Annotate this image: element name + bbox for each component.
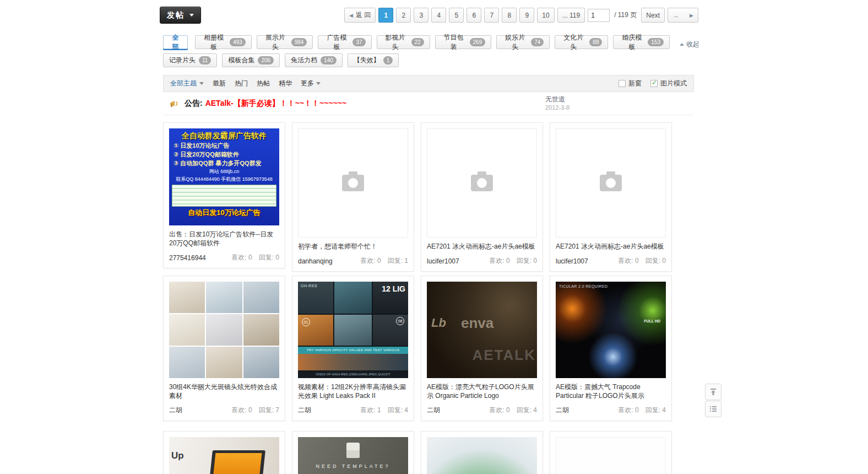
- filter-tab[interactable]: 相册模板 493: [195, 35, 252, 49]
- collage-tile: [169, 282, 205, 313]
- announcement-author[interactable]: 无世道: [545, 95, 569, 104]
- thread-author[interactable]: 二胡: [169, 406, 182, 415]
- thread-title[interactable]: 30组4K华丽大光斑镜头炫光特效合成素材: [169, 383, 279, 400]
- thread-thumbnail[interactable]: Up: [169, 437, 279, 474]
- replies-count: 回复: 1: [388, 256, 408, 266]
- filter-tab-count: 37: [352, 38, 365, 46]
- thread-title[interactable]: 视频素材：12组2K分辨率高清镜头漏光效果 Light Leaks Pack I…: [298, 383, 408, 400]
- sort-more-dropdown[interactable]: 更多: [301, 79, 321, 88]
- checkbox-icon: [619, 80, 626, 87]
- thread-card[interactable]: GH-RES 12 LIG 01 08 TRY VARIOUS OPACITY …: [292, 276, 414, 421]
- thread-author[interactable]: 二胡: [298, 406, 311, 415]
- last-page-button[interactable]: → ▶: [668, 8, 698, 23]
- sort-link-newest[interactable]: 最新: [213, 79, 226, 88]
- filter-tab[interactable]: 文化片头 88: [555, 35, 608, 49]
- page-button[interactable]: 9: [519, 8, 534, 23]
- thread-thumbnail-placeholder[interactable]: [427, 128, 537, 238]
- thread-title[interactable]: AE7201 冰火动画标志-ae片头ae模板: [427, 242, 537, 251]
- page-button[interactable]: 4: [431, 8, 446, 23]
- thread-title[interactable]: AE7201 冰火动画标志-ae片头ae模板: [556, 242, 666, 251]
- filter-tab[interactable]: 婚庆模板 153: [613, 35, 670, 49]
- thread-title[interactable]: AE模版：震撼大气 Trapcode Particular 粒子LOGO片头展示: [556, 383, 666, 400]
- filter-tab-label: 影视片头: [383, 33, 408, 52]
- thread-card[interactable]: Lb enva AETALK AE模版：漂亮大气粒子LOGO片头展示 Organ…: [421, 276, 543, 421]
- watermark-text: AETALK: [472, 347, 536, 364]
- thread-card[interactable]: TICULAR 2.0 REQUIRED FULL HD AE模版：震撼大气 T…: [550, 276, 672, 421]
- replies-count: 回复: 4: [645, 406, 666, 415]
- filter-tab[interactable]: 节目包装 269: [435, 35, 492, 49]
- thread-thumbnail[interactable]: NEED TEMPLATE?: [298, 437, 408, 474]
- page-jump-input[interactable]: [588, 9, 610, 22]
- thread-card[interactable]: NEED TEMPLATE?: [292, 431, 414, 474]
- thread-thumbnail[interactable]: GH-RES 12 LIG 01 08 TRY VARIOUS OPACITY …: [298, 282, 408, 378]
- sort-link-hot-posts[interactable]: 热帖: [257, 79, 270, 88]
- thread-thumbnail-placeholder[interactable]: [556, 128, 666, 238]
- page-button[interactable]: 5: [449, 8, 464, 23]
- thread-card[interactable]: AE7201 冰火动画标志-ae片头ae模板 lucifer1007 喜欢: 0…: [550, 122, 672, 272]
- filter-row-2: 记录片头 11 模板合集 206 免活力档 140 【失效】 1: [163, 53, 670, 67]
- thread-card[interactable]: 30组4K华丽大光斑镜头炫光特效合成素材 二胡 喜欢: 0 回复: 7: [163, 276, 285, 421]
- page-button[interactable]: 6: [466, 8, 481, 23]
- ad-image-line: 联系QQ 844484490 手机微信 15967973548: [169, 175, 279, 183]
- page-button[interactable]: 10: [537, 8, 554, 23]
- thread-thumbnail[interactable]: [556, 437, 666, 474]
- sort-link-hot[interactable]: 热门: [235, 79, 248, 88]
- thread-author[interactable]: 二胡: [427, 406, 440, 415]
- filter-tab[interactable]: 影视片头 22: [377, 35, 430, 49]
- page-button[interactable]: 3: [414, 8, 428, 23]
- filter-tab[interactable]: 模板合集 206: [222, 53, 280, 67]
- thread-thumbnail-placeholder[interactable]: [298, 128, 408, 238]
- thread-thumbnail[interactable]: TICULAR 2.0 REQUIRED FULL HD: [556, 282, 666, 378]
- thread-thumbnail[interactable]: [427, 437, 537, 474]
- filter-tab-label: 节目包装: [441, 33, 466, 52]
- thread-author[interactable]: danhanqing: [298, 257, 333, 265]
- back-label: 返 回: [356, 10, 371, 20]
- page-button-ellipsis[interactable]: ... 119: [557, 8, 585, 23]
- filter-tab-all[interactable]: 全部: [163, 35, 188, 49]
- thread-title[interactable]: 出售：日发10万论坛广告软件--日发20万QQ邮箱软件: [169, 230, 279, 247]
- thread-title[interactable]: 初学者，想请老师帮个忙！: [298, 242, 408, 251]
- thread-author[interactable]: 二胡: [556, 406, 569, 415]
- page-button-current[interactable]: 1: [378, 8, 393, 23]
- back-button[interactable]: ◀ 返 回: [344, 8, 376, 23]
- thread-title[interactable]: AE模版：漂亮大气粒子LOGO片头展示 Organic Particle Log…: [427, 383, 537, 400]
- page-button[interactable]: 8: [502, 8, 517, 23]
- thread-thumbnail[interactable]: 全自动群发霸屏广告软件 ① 日发10万论坛广告 ② 日发20万QQ邮箱软件 ③ …: [169, 128, 279, 225]
- page-button[interactable]: 7: [484, 8, 499, 23]
- thread-author[interactable]: 2775416944: [169, 254, 206, 262]
- thread-card[interactable]: AE7201 冰火动画标志-ae片头ae模板 lucifer1007 喜欢: 0…: [421, 122, 543, 272]
- thread-card[interactable]: 全自动群发霸屏广告软件 ① 日发10万论坛广告 ② 日发20万QQ邮箱软件 ③ …: [163, 122, 285, 268]
- new-post-button[interactable]: 发帖: [160, 7, 201, 24]
- filter-tab[interactable]: 广告模板 37: [318, 35, 371, 49]
- thread-meta: 二胡 喜欢: 1 回复: 4: [298, 406, 408, 415]
- new-window-checkbox[interactable]: 新窗: [619, 79, 642, 88]
- list-mode-button[interactable]: [705, 401, 721, 417]
- thread-thumbnail[interactable]: Lb enva AETALK: [427, 282, 537, 378]
- page-button[interactable]: 2: [396, 8, 411, 23]
- thread-author[interactable]: lucifer1007: [427, 257, 459, 265]
- back-to-top-button[interactable]: [705, 384, 721, 400]
- thread-card[interactable]: 初学者，想请老师帮个忙！ danhanqing 喜欢: 0 回复: 1: [292, 122, 414, 272]
- thread-meta: 二胡 喜欢: 0 回复: 4: [427, 406, 537, 415]
- filter-tab[interactable]: 【失效】 1: [348, 53, 399, 67]
- thread-stats: 喜欢: 0 回复: 0: [618, 256, 666, 266]
- all-topics-dropdown[interactable]: 全部主题: [170, 79, 204, 88]
- thread-card[interactable]: [421, 431, 543, 474]
- thread-author[interactable]: lucifer1007: [556, 257, 588, 265]
- announcement-link[interactable]: AETalk-【新手必读】！！~~！！~~~~~~: [205, 99, 347, 109]
- collapse-link[interactable]: 收起: [680, 40, 699, 49]
- thread-card[interactable]: [550, 431, 672, 474]
- checkbox-checked-icon: [650, 80, 658, 87]
- sort-link-digest[interactable]: 精华: [279, 79, 292, 88]
- next-page-button[interactable]: Next: [641, 8, 665, 23]
- filter-tab[interactable]: 免活力档 140: [285, 53, 343, 67]
- image-mode-checkbox[interactable]: 图片模式: [650, 79, 687, 88]
- filter-tab[interactable]: 娱乐片头 74: [496, 35, 550, 49]
- back-arrow-icon: ◀: [349, 13, 353, 18]
- thread-card[interactable]: Up: [163, 431, 285, 474]
- filter-tab[interactable]: 记录片头 11: [163, 53, 217, 67]
- filter-tab-count: 984: [291, 38, 307, 46]
- filter-tab[interactable]: 展示片头 984: [257, 35, 313, 49]
- thread-thumbnail[interactable]: [169, 282, 279, 378]
- thread-meta: 2775416944 喜欢: 0 回复: 0: [169, 253, 279, 262]
